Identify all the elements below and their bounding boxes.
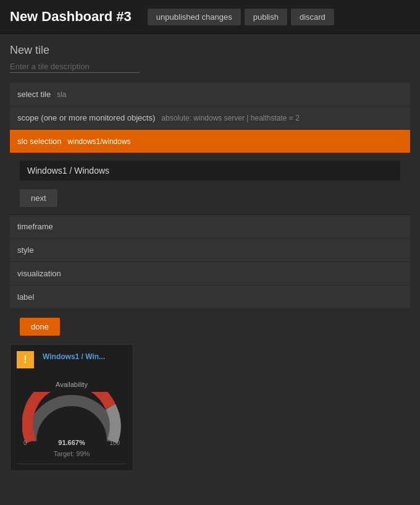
target-label: Target: 99% [17, 450, 127, 457]
scope-label: scope (one or more monitored objects) [17, 113, 155, 122]
tile-description-input[interactable] [10, 61, 140, 73]
slo-content-area: Windows1 / Windows next [10, 153, 410, 215]
tile-preview-name: Windows1 / Win... [43, 352, 127, 361]
unpublished-changes-button[interactable]: unpublished changes [148, 9, 241, 25]
gauge-value: 91.667% [58, 439, 85, 446]
visualization-label: visualization [17, 269, 61, 278]
gauge-max: 100 [109, 439, 120, 446]
visualization-row[interactable]: visualization [10, 262, 410, 286]
done-button[interactable]: done [20, 318, 60, 336]
scope-value: absolute: windows server | healthstate =… [161, 114, 300, 122]
gauge-min: 0 [23, 439, 27, 446]
select-tile-row[interactable]: select tile sla [10, 83, 410, 106]
slo-selection-value: windows1/windows [68, 137, 131, 146]
slo-item[interactable]: Windows1 / Windows [20, 161, 400, 180]
accordion-group: select tile sla scope (one or more monit… [10, 83, 410, 309]
done-section: done [10, 309, 410, 344]
label-label: label [17, 292, 34, 302]
slo-selection-label: slo selection [17, 137, 62, 146]
timeframe-label: timeframe [17, 222, 53, 231]
header-actions: unpublished changes publish discard [148, 9, 334, 25]
new-tile-section: New tile [10, 44, 410, 83]
timeframe-row[interactable]: timeframe [10, 215, 410, 239]
tile-preview: ! Windows1 / Win... Availability 0 100 9… [10, 344, 133, 471]
select-tile-value: sla [57, 90, 66, 99]
main-content: New tile select tile sla scope (one or m… [0, 34, 420, 471]
availability-label: Availability [17, 381, 127, 388]
page-title: New Dashboard #3 [10, 9, 132, 25]
new-tile-label: New tile [10, 44, 410, 57]
style-label: style [17, 245, 34, 255]
label-row[interactable]: label [10, 286, 410, 309]
next-button[interactable]: next [20, 189, 57, 207]
warning-icon: ! [17, 351, 34, 368]
gauge-chart: 0 100 91.667% [22, 392, 121, 448]
scope-row[interactable]: scope (one or more monitored objects) ab… [10, 106, 410, 130]
publish-button[interactable]: publish [245, 9, 287, 25]
style-row[interactable]: style [10, 239, 410, 262]
select-tile-label: select tile [17, 90, 51, 99]
discard-button[interactable]: discard [291, 9, 334, 25]
tile-divider [17, 464, 127, 464]
slo-selection-row[interactable]: slo selection windows1/windows [10, 130, 410, 153]
header: New Dashboard #3 unpublished changes pub… [0, 0, 420, 34]
